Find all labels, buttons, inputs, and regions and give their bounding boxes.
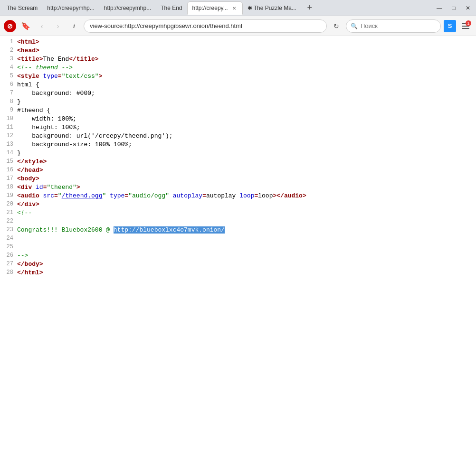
tab-label: http://creepy... xyxy=(192,5,228,11)
code-line-15: 15 </style> xyxy=(0,158,476,166)
bookmark-icon: 🔖 xyxy=(19,19,32,33)
tab-label: The Scream xyxy=(7,5,38,11)
code-line-12: 12 background: url('/creepy/theend.png')… xyxy=(0,132,476,140)
code-line-2: 2 <head> xyxy=(0,47,476,55)
back-button[interactable]: ‹ xyxy=(35,19,48,33)
code-line-13: 13 background-size: 100% 100%; xyxy=(0,140,476,149)
code-line-26: 26 --> xyxy=(0,252,476,260)
security-icon: ⊘ xyxy=(4,20,16,32)
address-input[interactable] xyxy=(84,19,327,33)
tab-label: ✱ The Puzzle Ma... xyxy=(248,5,296,11)
close-button[interactable]: ✕ xyxy=(462,2,474,14)
source-view[interactable]: 1 <html> 2 <head> 3 <title>The End</titl… xyxy=(0,36,476,468)
code-line-3: 3 <title>The End</title> xyxy=(0,55,476,64)
tab-close-button[interactable]: ✕ xyxy=(231,5,238,11)
tab-the-scream[interactable]: The Scream xyxy=(2,1,42,15)
code-line-6: 6 html { xyxy=(0,81,476,89)
code-line-16: 16 </head> xyxy=(0,166,476,175)
code-line-1: 1 <html> xyxy=(0,38,476,47)
browser-window: The Scream http://creepymhp... http://cr… xyxy=(0,0,476,468)
code-line-23: 23 Congrats!!! Bluebox2600 @ http://blue… xyxy=(0,226,476,234)
code-line-21: 21 <!-- xyxy=(0,209,476,217)
code-line-27: 27 </body> xyxy=(0,260,476,269)
tab-puzzle[interactable]: ✱ The Puzzle Ma... xyxy=(243,1,301,15)
skype-icon[interactable]: S xyxy=(444,20,456,32)
code-line-28: 28 </html> xyxy=(0,269,476,277)
tab-label: http://creepymhp... xyxy=(47,5,94,11)
tab-creepy-1[interactable]: http://creepymhp... xyxy=(42,1,99,15)
code-line-18: 18 <div id="theend"> xyxy=(0,183,476,192)
title-bar: The Scream http://creepymhp... http://cr… xyxy=(0,0,476,16)
code-line-19: 19 <audio src="/theend.ogg" type="audio/… xyxy=(0,192,476,200)
code-line-4: 4 <!-- theend --> xyxy=(0,64,476,72)
code-line-17: 17 <body> xyxy=(0,175,476,183)
code-line-5: 5 <style type="text/css"> xyxy=(0,72,476,81)
tab-label: The End xyxy=(161,5,182,11)
tab-the-end[interactable]: The End xyxy=(156,1,187,15)
code-line-14: 14 } xyxy=(0,149,476,158)
tab-creepy-2[interactable]: http://creepymhp... xyxy=(99,1,156,15)
new-tab-button[interactable]: + xyxy=(303,1,316,15)
search-input[interactable] xyxy=(346,19,441,33)
code-line-9: 9 #theend { xyxy=(0,106,476,115)
menu-button[interactable]: 1 xyxy=(459,19,472,33)
address-bar: ⊘ 🔖 ‹ › i ↻ 🔍 S 1 xyxy=(0,16,476,36)
menu-badge: 1 xyxy=(466,20,471,26)
info-button[interactable]: i xyxy=(67,19,81,33)
code-line-10: 10 width: 100%; xyxy=(0,115,476,123)
code-line-20: 20 </div> xyxy=(0,200,476,209)
minimize-button[interactable]: — xyxy=(433,2,446,14)
forward-button[interactable]: › xyxy=(51,19,65,33)
code-line-22: 22 xyxy=(0,217,476,226)
tab-creepy-active[interactable]: http://creepy... ✕ xyxy=(187,1,243,15)
code-line-24: 24 xyxy=(0,234,476,243)
reload-button[interactable]: ↻ xyxy=(330,19,343,33)
code-line-11: 11 height: 100%; xyxy=(0,123,476,132)
code-line-8: 8 } xyxy=(0,98,476,106)
tab-label: http://creepymhp... xyxy=(104,5,151,11)
search-container: 🔍 xyxy=(346,19,441,33)
window-controls: — □ ✕ xyxy=(433,2,474,14)
code-line-25: 25 xyxy=(0,243,476,252)
maximize-button[interactable]: □ xyxy=(447,2,460,14)
code-line-7: 7 background: #000; xyxy=(0,89,476,98)
